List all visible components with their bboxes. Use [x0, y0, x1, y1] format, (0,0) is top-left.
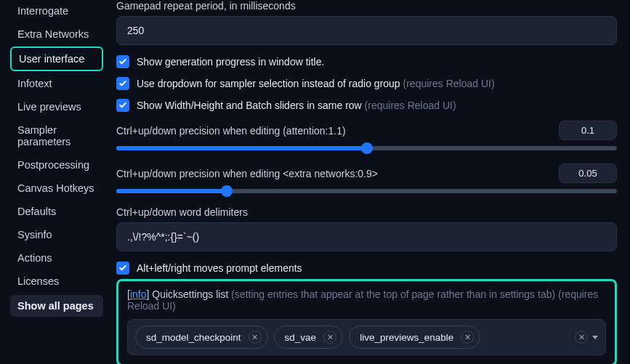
sidebar-item-actions[interactable]: Actions	[10, 247, 103, 269]
sidebar-item-live-previews[interactable]: Live previews	[10, 96, 103, 118]
show-progress-checkbox[interactable]	[116, 55, 129, 68]
alt-move-checkbox[interactable]	[116, 262, 129, 275]
clear-all-icon[interactable]: ✕	[575, 331, 588, 344]
same-row-checkbox[interactable]	[116, 99, 129, 112]
extra-precision-label: Ctrl+up/down precision when editing <ext…	[116, 168, 546, 179]
sidebar-item-canvas-hotkeys[interactable]: Canvas Hotkeys	[10, 177, 103, 199]
quicksettings-box: [info] Quicksettings list (setting entri…	[116, 279, 617, 364]
gamepad-label: Gamepad repeat period, in milliseconds	[116, 0, 617, 12]
tag-remove-icon[interactable]: ✕	[461, 331, 474, 344]
quicksettings-info-link[interactable]: info	[130, 288, 147, 300]
sidebar-item-postprocessing[interactable]: Postprocessing	[10, 154, 103, 176]
sidebar-item-extra-networks[interactable]: Extra Networks	[10, 23, 103, 45]
dropdown-sampler-checkbox[interactable]	[116, 77, 129, 90]
sidebar-show-all-pages[interactable]: Show all pages	[10, 295, 103, 317]
delimiters-input[interactable]	[116, 222, 617, 251]
sidebar-item-defaults[interactable]: Defaults	[10, 201, 103, 222]
sidebar-item-sampler-parameters[interactable]: Sampler parameters	[10, 119, 103, 153]
tag-label: sd_vae	[285, 332, 317, 343]
show-progress-label: Show generation progress in window title…	[137, 56, 324, 68]
sidebar: Interrogate Extra Networks User interfac…	[0, 0, 109, 364]
sidebar-item-licenses[interactable]: Licenses	[10, 270, 103, 292]
extra-precision-slider[interactable]	[116, 189, 617, 193]
tag-label: sd_model_checkpoint	[146, 332, 241, 343]
tag-remove-icon[interactable]: ✕	[249, 331, 262, 344]
tag-sd-model-checkpoint[interactable]: sd_model_checkpoint ✕	[135, 325, 268, 349]
tag-label: live_previews_enable	[360, 332, 453, 343]
settings-panel: Gamepad repeat period, in milliseconds S…	[109, 0, 630, 364]
quicksettings-input[interactable]: sd_model_checkpoint ✕ sd_vae ✕ live_prev…	[127, 319, 606, 355]
same-row-label: Show Width/Height and Batch sliders in s…	[137, 100, 456, 111]
sidebar-item-sysinfo[interactable]: Sysinfo	[10, 224, 103, 246]
extra-precision-value[interactable]: 0.05	[559, 163, 617, 183]
attention-precision-value[interactable]: 0.1	[559, 121, 617, 140]
sidebar-item-infotext[interactable]: Infotext	[10, 73, 103, 94]
dropdown-sampler-label: Use dropdown for sampler selection inste…	[137, 78, 495, 89]
gamepad-input[interactable]	[116, 16, 617, 45]
sidebar-item-user-interface[interactable]: User interface	[10, 46, 103, 71]
delimiters-label: Ctrl+up/down word delimiters	[116, 206, 617, 218]
alt-move-label: Alt+left/right moves prompt elements	[137, 262, 302, 274]
tag-sd-vae[interactable]: sd_vae ✕	[274, 325, 344, 349]
attention-precision-label: Ctrl+up/down precision when editing (att…	[116, 125, 546, 137]
tag-remove-icon[interactable]: ✕	[323, 331, 336, 344]
tag-live-previews-enable[interactable]: live_previews_enable ✕	[349, 325, 480, 349]
dropdown-caret-icon[interactable]	[592, 336, 598, 339]
attention-precision-slider[interactable]	[116, 146, 617, 150]
sidebar-item-interrogate[interactable]: Interrogate	[10, 0, 103, 22]
quicksettings-label: [info] Quicksettings list (setting entri…	[127, 288, 606, 312]
